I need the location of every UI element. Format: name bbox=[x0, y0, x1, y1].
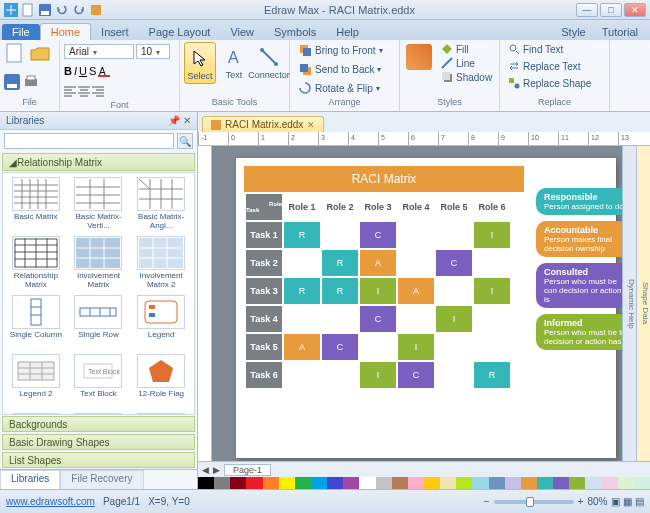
library-category[interactable]: ◢ Relationship Matrix bbox=[2, 153, 195, 171]
document-tab[interactable]: RACI Matrix.eddx ✕ bbox=[202, 116, 324, 132]
find-btn[interactable]: Find Text bbox=[504, 42, 567, 56]
palette-swatch[interactable] bbox=[263, 477, 279, 489]
file-tab[interactable]: File bbox=[2, 24, 40, 40]
shadow-btn[interactable]: Shadow bbox=[437, 70, 496, 84]
underline-icon[interactable]: U bbox=[79, 65, 87, 77]
styles-gallery[interactable] bbox=[404, 42, 434, 72]
undo-icon[interactable] bbox=[55, 3, 69, 17]
zoom-out-icon[interactable]: − bbox=[484, 496, 490, 507]
rotate-flip[interactable]: Rotate & Flip▾ bbox=[294, 80, 384, 96]
align-center-icon[interactable] bbox=[78, 85, 90, 97]
status-url[interactable]: www.edrawsoft.com bbox=[6, 496, 95, 507]
palette-swatch[interactable] bbox=[392, 477, 408, 489]
palette-swatch[interactable] bbox=[569, 477, 585, 489]
font-color-icon[interactable]: A bbox=[98, 65, 110, 77]
library-item[interactable]: Legend 2 bbox=[5, 352, 67, 410]
palette-swatch[interactable] bbox=[198, 477, 214, 489]
palette-swatch[interactable] bbox=[376, 477, 392, 489]
library-item[interactable]: Text BlockText Block bbox=[68, 352, 130, 410]
palette-swatch[interactable] bbox=[618, 477, 634, 489]
palette-swatch[interactable] bbox=[472, 477, 488, 489]
tab-view[interactable]: View bbox=[220, 24, 264, 40]
palette-swatch[interactable] bbox=[634, 477, 650, 489]
palette-swatch[interactable] bbox=[279, 477, 295, 489]
library-item[interactable]: Basic Matrix bbox=[5, 175, 67, 233]
export-icon[interactable] bbox=[89, 3, 103, 17]
connector-tool[interactable]: Connector bbox=[252, 42, 286, 82]
tutorial-link[interactable]: Tutorial bbox=[596, 24, 644, 40]
library-item[interactable]: Legend bbox=[130, 293, 192, 351]
minimize-button[interactable]: — bbox=[576, 3, 598, 17]
library-search-input[interactable] bbox=[4, 133, 174, 149]
library-item[interactable]: 2Numbering bbox=[130, 411, 192, 415]
scroll-left-icon[interactable]: ◀ bbox=[202, 465, 209, 475]
bring-front[interactable]: Bring to Front▾ bbox=[294, 42, 387, 58]
library-item[interactable]: Single Row bbox=[68, 293, 130, 351]
align-left-icon[interactable] bbox=[64, 85, 76, 97]
palette-swatch[interactable] bbox=[327, 477, 343, 489]
cat-listshapes[interactable]: List Shapes bbox=[2, 452, 195, 468]
text-tool[interactable]: A Text bbox=[219, 42, 249, 82]
replace-shape-btn[interactable]: Replace Shape bbox=[504, 76, 595, 90]
replace-btn[interactable]: Replace Text bbox=[504, 59, 585, 73]
strike-icon[interactable]: S bbox=[89, 65, 96, 77]
line-btn[interactable]: Line bbox=[437, 56, 496, 70]
palette-swatch[interactable] bbox=[505, 477, 521, 489]
raci-matrix[interactable]: RACI Matrix RoleTaskRole 1Role 2Role 3Ro… bbox=[244, 166, 524, 390]
page-tab[interactable]: Page-1 bbox=[224, 464, 271, 476]
tab-help[interactable]: Help bbox=[326, 24, 369, 40]
color-palette[interactable] bbox=[198, 477, 650, 489]
library-item[interactable]: Basic Matrix-Angl... bbox=[130, 175, 192, 233]
side-tab-help[interactable]: Dynamic Help bbox=[622, 146, 636, 461]
palette-swatch[interactable] bbox=[214, 477, 230, 489]
tab-pagelayout[interactable]: Page Layout bbox=[139, 24, 221, 40]
save-icon[interactable] bbox=[38, 3, 52, 17]
palette-swatch[interactable] bbox=[489, 477, 505, 489]
save-icon[interactable] bbox=[4, 74, 20, 90]
tab-home[interactable]: Home bbox=[40, 23, 91, 40]
italic-icon[interactable]: I bbox=[74, 65, 77, 77]
palette-swatch[interactable] bbox=[408, 477, 424, 489]
close-doc-icon[interactable]: ✕ bbox=[307, 120, 315, 130]
select-tool[interactable]: Select bbox=[184, 42, 216, 84]
canvas[interactable]: RACI Matrix RoleTaskRole 1Role 2Role 3Ro… bbox=[212, 146, 622, 461]
palette-swatch[interactable] bbox=[343, 477, 359, 489]
palette-swatch[interactable] bbox=[602, 477, 618, 489]
print-icon[interactable] bbox=[23, 74, 39, 90]
library-item[interactable]: Relationship Matrix bbox=[5, 234, 67, 292]
open-icon[interactable] bbox=[29, 42, 51, 64]
foot-tab-libraries[interactable]: Libraries bbox=[0, 470, 60, 489]
zoom-slider[interactable] bbox=[494, 500, 574, 504]
palette-swatch[interactable] bbox=[424, 477, 440, 489]
fill-btn[interactable]: Fill bbox=[437, 42, 496, 56]
palette-swatch[interactable] bbox=[553, 477, 569, 489]
library-item[interactable]: Colorful Circle Flag bbox=[68, 411, 130, 415]
palette-swatch[interactable] bbox=[295, 477, 311, 489]
libraries-pin-icon[interactable]: 📌 ✕ bbox=[168, 115, 191, 126]
cat-basicshapes[interactable]: Basic Drawing Shapes bbox=[2, 434, 195, 450]
cat-backgrounds[interactable]: Backgrounds bbox=[2, 416, 195, 432]
close-button[interactable]: ✕ bbox=[624, 3, 646, 17]
view-icons[interactable]: ▣ ▦ ▤ bbox=[611, 496, 644, 507]
palette-swatch[interactable] bbox=[311, 477, 327, 489]
align-right-icon[interactable] bbox=[92, 85, 104, 97]
send-back[interactable]: Send to Back▾ bbox=[294, 61, 385, 77]
side-tab-shapedata[interactable]: Shape Data bbox=[636, 146, 650, 461]
palette-swatch[interactable] bbox=[521, 477, 537, 489]
palette-swatch[interactable] bbox=[440, 477, 456, 489]
palette-swatch[interactable] bbox=[246, 477, 262, 489]
library-item[interactable]: 10-Role Flag bbox=[5, 411, 67, 415]
maximize-button[interactable]: □ bbox=[600, 3, 622, 17]
new-doc-icon[interactable] bbox=[4, 42, 26, 64]
palette-swatch[interactable] bbox=[585, 477, 601, 489]
library-item[interactable]: Single Column bbox=[5, 293, 67, 351]
palette-swatch[interactable] bbox=[230, 477, 246, 489]
font-size-select[interactable]: 10 bbox=[136, 44, 170, 59]
new-icon[interactable] bbox=[21, 3, 35, 17]
redo-icon[interactable] bbox=[72, 3, 86, 17]
scroll-right-icon[interactable]: ▶ bbox=[213, 465, 220, 475]
tab-insert[interactable]: Insert bbox=[91, 24, 139, 40]
search-icon[interactable]: 🔍 bbox=[177, 133, 193, 149]
palette-swatch[interactable] bbox=[456, 477, 472, 489]
palette-swatch[interactable] bbox=[359, 477, 375, 489]
